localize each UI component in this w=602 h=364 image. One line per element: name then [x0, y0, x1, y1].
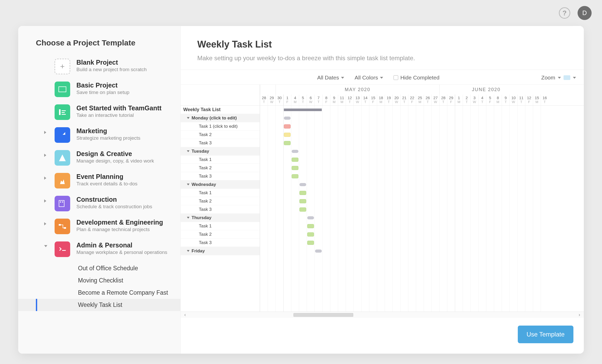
- task-row[interactable]: Task 3: [181, 205, 260, 214]
- task-row[interactable]: Task 1: [181, 189, 260, 197]
- gantt-bar[interactable]: [292, 158, 298, 162]
- group-row[interactable]: Friday: [181, 247, 260, 255]
- chevron-down-icon[interactable]: [44, 245, 47, 247]
- preview-footer: Use Template: [181, 318, 584, 354]
- sub-template-item[interactable]: Moving Checklist: [18, 274, 180, 287]
- day-column: 30T: [276, 95, 283, 105]
- chevron-down-icon[interactable]: [558, 77, 561, 79]
- preview-header: Weekly Task List Make setting up your we…: [181, 26, 584, 70]
- topbar: ? D: [0, 0, 602, 26]
- task-row[interactable]: Task 1 (click to edit): [181, 122, 260, 131]
- day-column: 26T: [424, 95, 431, 105]
- template-item-basic[interactable]: Basic ProjectSave time on plan setup: [18, 78, 180, 101]
- sub-template-item[interactable]: Weekly Task List: [18, 299, 180, 311]
- gantt-bar[interactable]: [307, 224, 314, 228]
- gantt-bar[interactable]: [284, 141, 291, 145]
- template-item-tutorial[interactable]: Get Started with TeamGanttTake an intera…: [18, 101, 180, 124]
- sidebar: Choose a Project Template +Blank Project…: [18, 26, 181, 354]
- sub-template-item[interactable]: Out of Office Schedule: [18, 262, 180, 274]
- day-column: 8M: [494, 95, 502, 105]
- task-row[interactable]: Task 3: [181, 172, 260, 180]
- template-item-event[interactable]: Event PlanningTrack event details & to-d…: [18, 169, 180, 192]
- task-row[interactable]: Task 2: [181, 230, 260, 239]
- gantt-bar[interactable]: [292, 166, 298, 170]
- group-row[interactable]: Thursday: [181, 214, 260, 222]
- use-template-button[interactable]: Use Template: [518, 326, 573, 343]
- group-row[interactable]: Tuesday: [181, 147, 260, 156]
- task-row[interactable]: Task 1: [181, 222, 260, 230]
- gantt-bar[interactable]: [284, 117, 291, 120]
- avatar[interactable]: D: [578, 6, 592, 20]
- template-item-marketing[interactable]: MarketingStrategize marketing projects: [18, 124, 180, 146]
- gantt-bar[interactable]: [299, 199, 306, 203]
- chevron-right-icon[interactable]: [44, 131, 46, 134]
- day-column: 7T: [315, 95, 322, 105]
- group-row[interactable]: Monday (click to edit): [181, 114, 260, 122]
- day-column: 29F: [447, 95, 455, 105]
- gantt-bar[interactable]: [307, 241, 314, 245]
- chevron-right-icon[interactable]: [44, 177, 46, 180]
- task-row[interactable]: Task 3: [181, 239, 260, 247]
- dev-icon: [55, 219, 70, 234]
- hide-completed-toggle[interactable]: Hide Completed: [394, 75, 440, 81]
- preview-title: Weekly Task List: [197, 39, 584, 50]
- day-column: 9M: [330, 95, 338, 105]
- chevron-right-icon[interactable]: [44, 154, 46, 157]
- day-column: 18M: [377, 95, 385, 105]
- template-item-plus[interactable]: +Blank ProjectBuild a new project from s…: [18, 55, 180, 78]
- gantt-bar[interactable]: [284, 124, 291, 129]
- task-row[interactable]: Task 2: [181, 197, 260, 205]
- help-button[interactable]: ?: [559, 7, 570, 19]
- project-row[interactable]: Weekly Task List: [181, 106, 260, 114]
- task-row[interactable]: Task 2: [181, 131, 260, 139]
- scroll-left-icon[interactable]: ‹: [184, 312, 186, 318]
- gantt-bar[interactable]: [299, 207, 306, 212]
- zoom-color-swatch[interactable]: [564, 75, 570, 80]
- day-column: 5F: [486, 95, 494, 105]
- gantt-bar[interactable]: [307, 216, 314, 219]
- template-item-design[interactable]: Design & CreativeManage design, copy, & …: [18, 146, 180, 169]
- template-item-dev[interactable]: Development & EngineeringPlan & manage t…: [18, 215, 180, 238]
- chevron-right-icon[interactable]: [44, 199, 46, 203]
- task-row[interactable]: Task 2: [181, 164, 260, 172]
- chevron-down-icon[interactable]: [573, 77, 576, 79]
- month-label: JUNE 2020: [439, 85, 533, 95]
- chart-column[interactable]: [260, 106, 584, 312]
- day-column: 12F: [525, 95, 533, 105]
- filter-colors[interactable]: All Colors: [355, 75, 383, 81]
- gantt-bar[interactable]: [315, 250, 322, 253]
- svg-rect-3: [62, 112, 65, 113]
- tutorial-icon: [55, 104, 70, 120]
- scrollbar-thumb[interactable]: [293, 313, 353, 317]
- sub-template-item[interactable]: Become a Remote Company Fast: [18, 287, 180, 299]
- gantt-bar[interactable]: [307, 232, 314, 237]
- chevron-right-icon[interactable]: [44, 222, 46, 225]
- filter-dates-label: All Dates: [317, 75, 339, 81]
- zoom-label: Zoom: [541, 75, 555, 81]
- template-desc: Build a new project from scratch: [76, 67, 147, 72]
- gantt-bar[interactable]: [284, 109, 322, 111]
- template-list: +Blank ProjectBuild a new project from s…: [18, 55, 180, 314]
- plus-icon: +: [55, 59, 70, 74]
- gantt-bar[interactable]: [292, 174, 298, 178]
- day-column: 14T: [361, 95, 369, 105]
- gantt-bar[interactable]: [299, 183, 306, 186]
- checkbox-icon: [394, 75, 398, 80]
- filter-dates[interactable]: All Dates: [317, 75, 344, 81]
- gantt-bar[interactable]: [299, 191, 306, 195]
- template-item-construction[interactable]: ConstructionSchedule & track constructio…: [18, 192, 180, 215]
- task-row[interactable]: Task 3: [181, 139, 260, 147]
- day-column: 4M: [291, 95, 299, 105]
- gantt-bar[interactable]: [284, 133, 291, 137]
- horizontal-scrollbar[interactable]: ‹ ›: [181, 312, 584, 318]
- scroll-right-icon[interactable]: ›: [579, 312, 580, 318]
- month-label: MAY 2020: [276, 85, 439, 95]
- svg-rect-8: [59, 224, 61, 226]
- group-row[interactable]: Wednesday: [181, 180, 260, 189]
- gantt-bar[interactable]: [292, 150, 298, 153]
- chevron-down-icon: [341, 77, 344, 79]
- task-row[interactable]: Task 1: [181, 156, 260, 164]
- template-item-admin[interactable]: Admin & PersonalManage workplace & perso…: [18, 238, 180, 261]
- admin-icon: [55, 241, 70, 257]
- collapse-icon: [187, 250, 189, 252]
